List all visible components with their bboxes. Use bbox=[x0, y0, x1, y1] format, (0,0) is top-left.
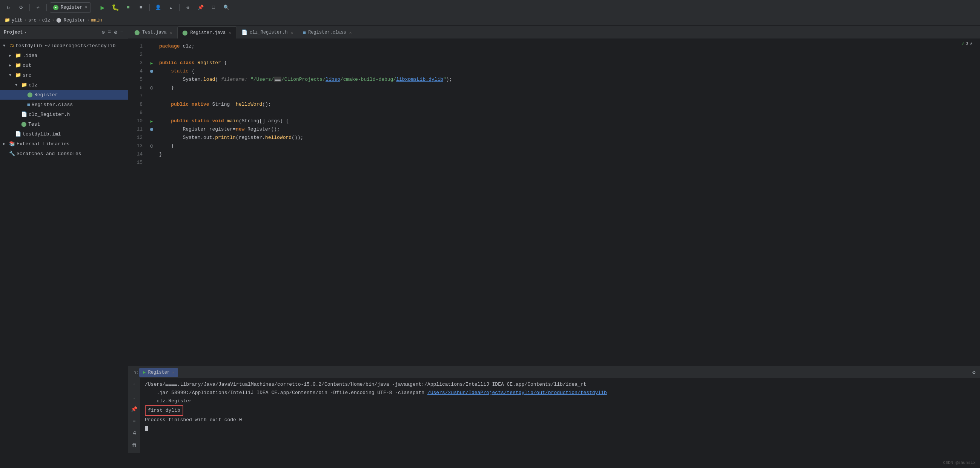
folder-icon-testdylib: 🗂 bbox=[9, 43, 14, 49]
tree-item-out[interactable]: 📁 out bbox=[0, 61, 128, 70]
align-btn[interactable]: ≡ bbox=[130, 417, 139, 426]
bottom-tab-label: Register bbox=[148, 370, 170, 375]
toolbar-separator-3 bbox=[94, 4, 94, 11]
tree-label-scratches: Scratches and Consoles bbox=[17, 151, 81, 157]
code-line-7 bbox=[158, 92, 975, 101]
vcs-btn[interactable]: ▴ bbox=[165, 2, 176, 13]
bottom-tab-register[interactable]: ▶ Register ✕ bbox=[139, 368, 178, 377]
stop-btn[interactable]: ■ bbox=[136, 2, 146, 13]
toolbar-separator-4 bbox=[150, 4, 150, 11]
gutter-line-5 bbox=[147, 75, 156, 84]
run-btn[interactable]: ▶ bbox=[97, 2, 108, 13]
wrench-btn[interactable]: ⚒ bbox=[183, 2, 193, 13]
code-line-15 bbox=[158, 158, 975, 167]
breadcrumb-part-1[interactable]: ylib bbox=[12, 18, 22, 23]
tree-item-test[interactable]: ⬤ Test bbox=[0, 119, 128, 129]
bottom-tab-close[interactable]: ✕ bbox=[172, 370, 174, 375]
tree-item-clz[interactable]: 📁 clz bbox=[0, 80, 128, 90]
sidebar-title: Project ▾ bbox=[4, 30, 26, 35]
delete-btn[interactable]: 🗑 bbox=[130, 441, 139, 450]
tab-close-h[interactable]: ✕ bbox=[290, 30, 294, 35]
sidebar-header: Project ▾ ⊕ ≡ ⚙ − bbox=[0, 26, 128, 39]
code-line-14: } bbox=[158, 150, 975, 158]
tab-register-class[interactable]: ◼ Register.class ✕ bbox=[298, 26, 357, 38]
tab-icon-register: ⬤ bbox=[182, 30, 188, 36]
pin-btn-bottom[interactable]: 📌 bbox=[130, 404, 139, 414]
class-icon-register: ◼ bbox=[27, 102, 30, 107]
sidebar-settings-btn[interactable]: ⚙ bbox=[113, 28, 118, 36]
code-line-4: static { bbox=[158, 67, 975, 75]
code-line-11: Register register=new Register(); bbox=[158, 125, 975, 134]
sdk-btn[interactable]: 👤 bbox=[153, 2, 163, 13]
external-icon: 📚 bbox=[9, 141, 15, 147]
tab-label-test: Test.java bbox=[142, 30, 167, 35]
sidebar-locate-btn[interactable]: ⊕ bbox=[101, 28, 105, 36]
tree-label-clz: clz bbox=[29, 82, 37, 88]
sidebar-dropdown-icon[interactable]: ▾ bbox=[24, 30, 26, 35]
coverage-btn[interactable]: ■ bbox=[123, 2, 134, 13]
tree-arrow-clz bbox=[15, 83, 20, 87]
tab-label-class: Register.class bbox=[308, 30, 346, 35]
tree-item-register[interactable]: ⬤ Register bbox=[0, 90, 128, 100]
tree-label-clz-register-h: clz_Register.h bbox=[29, 112, 70, 117]
gutter-line-7 bbox=[147, 92, 156, 101]
tab-close-class[interactable]: ✕ bbox=[348, 30, 353, 35]
tab-icon-test: ⬤ bbox=[134, 29, 140, 35]
gutter-line-13 bbox=[147, 142, 156, 150]
tab-test-java[interactable]: ⬤ Test.java ✕ bbox=[130, 26, 177, 38]
tree-item-testdylib[interactable]: 🗂 testdylib ~/IdeaProjects/testdylib bbox=[0, 41, 128, 51]
toolbar-undo-btn[interactable]: ↩ bbox=[33, 2, 43, 13]
tree-item-src[interactable]: 📁 src bbox=[0, 70, 128, 80]
folder-icon-clz: 📁 bbox=[21, 82, 27, 88]
code-line-9 bbox=[158, 109, 975, 117]
toolbar: ↻ ⟳ ↩ ▶ Register ▾ ▶ 🐛 ■ ■ 👤 ▴ ⚒ 📌 □ 🔍 bbox=[0, 0, 980, 15]
tree-label-register-class: Register.class bbox=[32, 102, 73, 107]
tab-register-java[interactable]: ⬤ Register.java ✕ bbox=[177, 26, 237, 38]
editor-area: ⬤ Test.java ✕ ⬤ Register.java ✕ 📄 clz_Re… bbox=[128, 26, 980, 453]
sidebar-close-btn[interactable]: − bbox=[119, 28, 124, 36]
search-btn[interactable]: 🔍 bbox=[221, 2, 232, 13]
java-icon-test: ⬤ bbox=[21, 121, 27, 127]
toolbar-back-btn[interactable]: ↻ bbox=[3, 2, 14, 13]
main-layout: Project ▾ ⊕ ≡ ⚙ − 🗂 testdylib ~/IdeaProj… bbox=[0, 26, 980, 453]
breadcrumb-part-5[interactable]: main bbox=[91, 18, 102, 23]
terminal-classpath-link[interactable]: /Users/xushun/IdeaProjects/testdylib/out… bbox=[427, 390, 607, 396]
print-btn[interactable]: 🖨 bbox=[130, 429, 139, 438]
tree-item-external[interactable]: 📚 External Libraries bbox=[0, 139, 128, 149]
gutter-line-1 bbox=[147, 42, 156, 51]
tree-item-register-class[interactable]: ◼ Register.class bbox=[0, 100, 128, 109]
sidebar-collapse-btn[interactable]: ≡ bbox=[107, 28, 111, 36]
folder-icon-idea: 📁 bbox=[15, 53, 21, 59]
gutter-run-3[interactable]: ▶ bbox=[151, 61, 153, 65]
pin-btn[interactable]: 📌 bbox=[196, 2, 206, 13]
terminal-output[interactable]: /Users/▬▬▬▬.Library/Java/JavaVirtualMach… bbox=[140, 378, 980, 453]
bottom-tabs-bar: n: ▶ Register ✕ ⚙ bbox=[128, 367, 980, 378]
terminal-line-2: .jar=58999:/Applications/IntelliJ IDEA C… bbox=[145, 389, 975, 397]
code-lines[interactable]: package clz; public class Register { sta… bbox=[156, 39, 975, 366]
window-btn[interactable]: □ bbox=[208, 2, 219, 13]
tab-close-register[interactable]: ✕ bbox=[228, 30, 232, 35]
gutter-bp-13 bbox=[150, 145, 153, 148]
scrollbar-area[interactable]: ✓ 3 ∧ bbox=[975, 39, 980, 366]
tree-item-iml[interactable]: 📄 testdylib.iml bbox=[0, 129, 128, 139]
breadcrumb-part-2[interactable]: src bbox=[28, 18, 37, 23]
run-config-dropdown[interactable]: ▶ Register ▾ bbox=[50, 2, 91, 13]
bottom-settings-btn[interactable]: ⚙ bbox=[970, 368, 978, 376]
scroll-up-btn[interactable]: ↑ bbox=[130, 380, 139, 390]
tree-item-clz-register-h[interactable]: 📄 clz_Register.h bbox=[0, 109, 128, 119]
gutter: ▶ ▶ bbox=[147, 39, 156, 366]
scroll-down-btn[interactable]: ↓ bbox=[130, 393, 139, 402]
tree-item-scratches[interactable]: 🔧 Scratches and Consoles bbox=[0, 149, 128, 158]
toolbar-refresh-btn[interactable]: ⟳ bbox=[16, 2, 26, 13]
terminal-line-4: first dylib bbox=[145, 405, 975, 416]
tab-clz-register-h[interactable]: 📄 clz_Register.h ✕ bbox=[237, 26, 298, 38]
code-line-3: public class Register { bbox=[158, 59, 975, 67]
debug-btn[interactable]: 🐛 bbox=[110, 2, 121, 13]
breadcrumb-part-3[interactable]: clz bbox=[42, 18, 51, 23]
tab-close-test[interactable]: ✕ bbox=[169, 30, 173, 35]
breadcrumb-part-4[interactable]: ⬤ Register bbox=[56, 18, 86, 23]
tree-item-idea[interactable]: 📁 .idea bbox=[0, 51, 128, 61]
gutter-run-10[interactable]: ▶ bbox=[151, 119, 153, 124]
tree-arrow-testdylib bbox=[3, 44, 8, 48]
tab-label-register: Register.java bbox=[190, 30, 226, 35]
